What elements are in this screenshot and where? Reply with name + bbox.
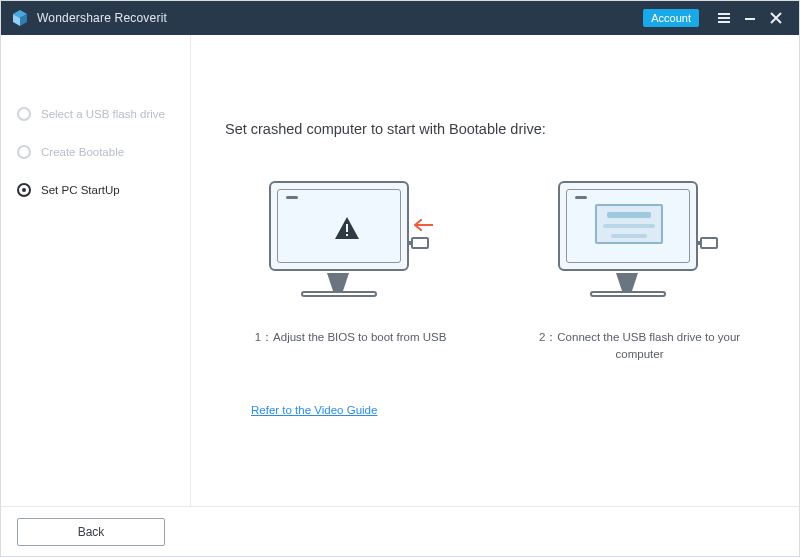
main-panel: Set crashed computer to start with Boota… bbox=[191, 35, 799, 506]
card-caption: 1：Adjust the BIOS to boot from USB bbox=[255, 329, 447, 346]
titlebar: Wondershare Recoverit Account bbox=[1, 1, 799, 35]
instruction-cards: 1：Adjust the BIOS to boot from USB bbox=[221, 177, 769, 364]
usb-icon bbox=[411, 237, 429, 249]
svg-rect-4 bbox=[718, 17, 730, 19]
app-body: Select a USB flash drive Create Bootable… bbox=[1, 35, 799, 506]
step-bullet-icon bbox=[17, 183, 31, 197]
close-icon[interactable] bbox=[763, 5, 789, 31]
arrow-left-icon bbox=[411, 217, 433, 235]
card-connect-usb: 2：Connect the USB flash drive to your co… bbox=[510, 177, 769, 364]
back-button[interactable]: Back bbox=[17, 518, 165, 546]
app-title: Wondershare Recoverit bbox=[37, 11, 167, 25]
app-window: Wondershare Recoverit Account Select a U… bbox=[0, 0, 800, 557]
svg-rect-5 bbox=[718, 21, 730, 23]
step-bullet-icon bbox=[17, 107, 31, 121]
step-set-pc-startup[interactable]: Set PC StartUp bbox=[1, 171, 190, 209]
step-label: Set PC StartUp bbox=[41, 184, 120, 196]
svg-rect-9 bbox=[346, 234, 348, 236]
card-bios-boot: 1：Adjust the BIOS to boot from USB bbox=[221, 177, 480, 364]
illustration-connect bbox=[550, 177, 730, 307]
app-logo-icon bbox=[11, 9, 29, 27]
svg-rect-6 bbox=[745, 18, 755, 20]
usb-icon bbox=[700, 237, 718, 249]
card-caption: 2：Connect the USB flash drive to your co… bbox=[530, 329, 750, 364]
minimize-icon[interactable] bbox=[737, 5, 763, 31]
step-bullet-icon bbox=[17, 145, 31, 159]
menu-icon[interactable] bbox=[711, 5, 737, 31]
svg-rect-8 bbox=[346, 224, 348, 232]
sidebar: Select a USB flash drive Create Bootable… bbox=[1, 35, 191, 506]
footer: Back bbox=[1, 506, 799, 556]
illustration-bios bbox=[261, 177, 441, 307]
step-create-bootable[interactable]: Create Bootable bbox=[1, 133, 190, 171]
page-title: Set crashed computer to start with Boota… bbox=[225, 121, 769, 137]
step-label: Create Bootable bbox=[41, 146, 124, 158]
step-label: Select a USB flash drive bbox=[41, 108, 165, 120]
svg-rect-3 bbox=[718, 13, 730, 15]
video-guide-link[interactable]: Refer to the Video Guide bbox=[251, 404, 377, 416]
warning-icon bbox=[334, 216, 360, 244]
account-button[interactable]: Account bbox=[643, 9, 699, 27]
step-select-usb[interactable]: Select a USB flash drive bbox=[1, 95, 190, 133]
